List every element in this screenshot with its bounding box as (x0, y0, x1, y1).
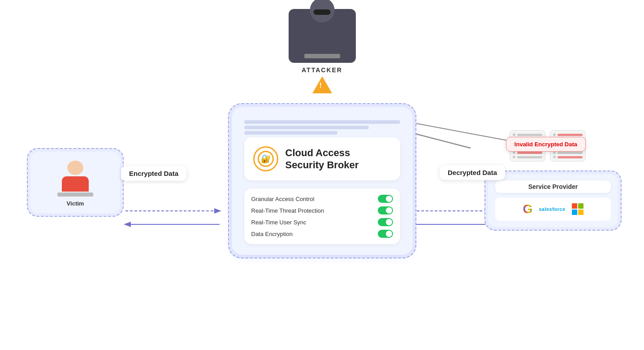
feature-row-1: Granular Access Control (251, 195, 393, 203)
attacker-glasses-icon (314, 9, 331, 15)
feature-label-2: Real-Time Threat Protection (251, 207, 324, 214)
feature-row-2: Real-Time Threat Protection (251, 206, 393, 214)
toggle-3[interactable] (378, 218, 393, 226)
casb-features: Granular Access Control Real-Time Threat… (244, 188, 400, 244)
invalid-encrypted-data-label: Invalid Encrypted Data (506, 137, 586, 152)
casb-title: Cloud Access Security Broker (285, 147, 391, 171)
victim-head-icon (67, 161, 83, 175)
victim-person-icon (60, 161, 91, 197)
microsoft-logo-icon (572, 203, 583, 215)
casb-bar-long (244, 120, 400, 124)
service-provider-container: Service Provider G salesforce (484, 171, 622, 231)
casb-bar-medium (244, 126, 369, 129)
victim-blob: Victim (27, 148, 124, 217)
attacker-label: ATTACKER (302, 66, 342, 74)
casb-blob: 🔐 Cloud Access Security Broker Granular … (228, 103, 416, 258)
casb-lock-icon: 🔐 (258, 151, 274, 167)
victim-label: Victim (67, 200, 84, 207)
decrypted-data-label: Decrypted Data (440, 165, 505, 180)
feature-label-3: Real-Time User Sync (251, 219, 307, 226)
victim-body-icon (62, 176, 89, 192)
casb-bar-short (244, 131, 338, 135)
sp-blob: Service Provider G salesforce (484, 171, 622, 231)
casb-inner-box: 🔐 Cloud Access Security Broker (244, 137, 400, 180)
attacker-head (310, 0, 334, 22)
main-canvas: ATTACKER 🔐 Cloud Access Security Broker (0, 0, 644, 350)
victim-laptop-icon (57, 192, 93, 197)
casb-icon: 🔐 (253, 146, 278, 171)
feature-row-3: Real-Time User Sync (251, 218, 393, 226)
feature-label-4: Data Encryption (251, 231, 293, 237)
attacker-figure: ATTACKER (277, 9, 367, 93)
victim-container: Victim (27, 148, 124, 217)
sp-logos: G salesforce (495, 197, 611, 221)
sp-title: Service Provider (495, 180, 611, 193)
casb-container: 🔐 Cloud Access Security Broker Granular … (228, 103, 416, 258)
toggle-4[interactable] (378, 230, 393, 238)
sp-box: Service Provider G salesforce (488, 174, 618, 227)
casb-box: 🔐 Cloud Access Security Broker Granular … (232, 107, 413, 255)
attacker-laptop-icon (304, 54, 340, 58)
toggle-1[interactable] (378, 195, 393, 203)
toggle-2[interactable] (378, 206, 393, 214)
casb-bars (244, 120, 400, 135)
salesforce-logo-icon: salesforce (539, 206, 565, 212)
google-logo-icon: G (523, 202, 532, 216)
attacker-warning-icon (312, 76, 332, 93)
victim-box: Victim (30, 152, 120, 213)
feature-row-4: Data Encryption (251, 230, 393, 238)
feature-label-1: Granular Access Control (251, 196, 315, 202)
encrypted-data-label: Encrypted Data (121, 166, 186, 181)
attacker-body (289, 9, 356, 63)
